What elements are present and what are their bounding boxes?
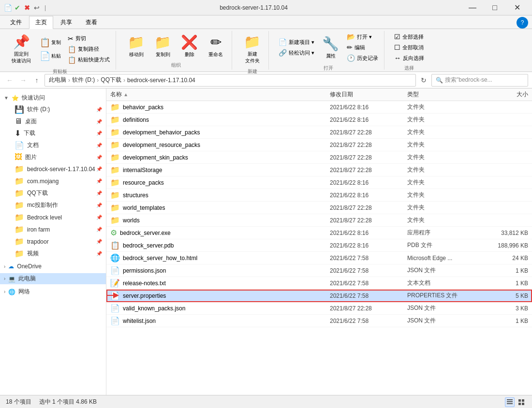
path-drive-d[interactable]: 软件 (D:) — [72, 76, 95, 84]
tab-file[interactable]: 文件 — [4, 16, 28, 29]
folder-icon: 📁 — [110, 102, 120, 112]
sidebar-this-pc-header[interactable]: › 💻 此电脑 — [0, 273, 106, 284]
pin-to-quick-access-button[interactable]: 📌 固定到快速访问 — [8, 32, 35, 66]
pin-icon: 📌 — [96, 178, 102, 184]
copy-path-button[interactable]: 📋 复制路径 — [66, 44, 112, 54]
col-header-type[interactable]: 类型 — [407, 90, 480, 99]
file-row[interactable]: 📁development_resource_packs 2021/8/27 22… — [106, 139, 532, 151]
back-button[interactable]: ← — [4, 74, 15, 86]
col-header-date[interactable]: 修改日期 — [330, 90, 407, 99]
file-row[interactable]: 📄 whitelist.json 2021/6/22 7:58 JSON 文件 … — [106, 315, 532, 327]
open-label: 打开 — [324, 65, 333, 72]
properties-button[interactable]: 🔧 属性 — [318, 34, 343, 61]
file-row[interactable]: 📋 bedrock_server.pdb 2021/6/22 8:16 PDB … — [106, 239, 532, 252]
file-row[interactable]: ⚙ bedrock_server.exe 2021/6/22 8:16 应用程序… — [106, 227, 532, 239]
up-button[interactable]: ↑ — [31, 74, 43, 86]
file-row-server-properties[interactable]: 📄 server.properties 2021/6/22 7:58 PROPE… — [106, 290, 532, 302]
new-folder-icon: 📁 — [244, 34, 261, 50]
tab-view[interactable]: 查看 — [79, 16, 103, 29]
sidebar-item-qq-download[interactable]: 📁 QQ下载 📌 — [0, 187, 106, 199]
refresh-button[interactable]: ↻ — [418, 74, 429, 86]
open-button[interactable]: 📂 打开 ▾ — [345, 32, 380, 42]
file-row[interactable]: 📁worlds 2021/8/27 22:28 文件夹 — [106, 214, 532, 227]
sidebar-item-pictures[interactable]: 🖼 图片 📌 — [0, 151, 106, 163]
new-folder-button[interactable]: 📁 新建文件夹 — [240, 32, 265, 66]
sidebar-item-label: 快速访问 — [22, 94, 45, 102]
sidebar-item-label: OneDrive — [17, 263, 42, 270]
paste-shortcut-button[interactable]: 📋 粘贴快捷方式 — [66, 55, 112, 65]
sidebar-network-header[interactable]: › 🌐 网络 — [0, 286, 106, 297]
rename-button[interactable]: ✏ 重命名 — [204, 32, 228, 60]
path-qq-download[interactable]: QQ下载 — [101, 76, 121, 84]
new-item-button[interactable]: 📄 新建项目 ▾ — [277, 37, 316, 47]
undo-icon[interactable]: ↩ — [33, 4, 41, 12]
file-row[interactable]: 📁internalStorage 2021/8/27 22:28 文件夹 — [106, 164, 532, 176]
sidebar-item-bedrock-level[interactable]: 📁 Bedrock level 📌 — [0, 211, 106, 223]
file-row[interactable]: 📄 permissions.json 2021/6/22 7:58 JSON 文… — [106, 264, 532, 277]
ribbon-content: 📌 固定到快速访问 📋 复制 📄 粘贴 ✂ 剪切 — [0, 29, 532, 72]
minimize-button[interactable]: — — [461, 0, 484, 15]
cut-button[interactable]: ✂ 剪切 — [66, 34, 112, 44]
close-doc-icon[interactable]: ✖ — [23, 4, 31, 12]
file-row[interactable]: 📁behavior_packs 2021/6/22 8:16 文件夹 — [106, 101, 532, 114]
select-all-button[interactable]: ☑ 全部选择 — [392, 32, 426, 42]
sidebar-item-downloads[interactable]: ⬇ 下载 📌 — [0, 127, 106, 139]
file-size: 33,812 KB — [480, 230, 528, 236]
address-bar: ← → ↑ 此电脑 › 软件 (D:) › QQ下载 › bedrock-ser… — [0, 72, 532, 88]
edit-button[interactable]: ✏ 编辑 — [345, 43, 380, 52]
easy-access-button[interactable]: 🔗 轻松访问 ▾ — [277, 48, 316, 58]
file-row[interactable]: 📁development_behavior_packs 2021/8/27 22… — [106, 126, 532, 139]
invert-selection-button[interactable]: ↔ 反向选择 — [392, 53, 426, 63]
sidebar-item-mc-projection[interactable]: 📁 mc投影制作 📌 — [0, 199, 106, 211]
file-date: 2021/6/22 8:16 — [330, 117, 407, 123]
close-button[interactable]: ✕ — [506, 0, 528, 15]
paste-button[interactable]: 📄 粘贴 — [37, 50, 64, 62]
delete-button[interactable]: ❌ 删除 — [177, 32, 202, 60]
tab-share[interactable]: 共享 — [54, 16, 78, 29]
file-type: 文件夹 — [407, 166, 480, 174]
sidebar-item-desktop[interactable]: 🖥 桌面 📌 — [0, 116, 106, 127]
file-row[interactable]: 📁resource_packs 2021/6/22 8:16 文件夹 — [106, 176, 532, 189]
file-type: 文件夹 — [407, 128, 480, 136]
sidebar-item-bedrock-server[interactable]: 📁 bedrock-server-1.17.10.04 📌 — [0, 163, 106, 175]
address-path[interactable]: 此电脑 › 软件 (D:) › QQ下载 › bedrock-server-1.… — [44, 74, 416, 87]
move-to-button[interactable]: 📁 移动到 — [124, 32, 148, 60]
file-row[interactable]: 🌐 bedrock_server_how_to.html 2021/6/22 7… — [106, 252, 532, 264]
sidebar-quick-access-header[interactable]: ▼ ⭐ 快速访问 — [0, 92, 106, 103]
deselect-all-button[interactable]: ☐ 全部取消 — [392, 43, 426, 52]
help-button[interactable]: ? — [517, 17, 528, 29]
exe-icon: ⚙ — [110, 228, 117, 237]
large-icons-view-button[interactable] — [517, 397, 526, 407]
file-row[interactable]: 📁definitions 2021/6/22 8:16 文件夹 — [106, 114, 532, 126]
sidebar-item-videos[interactable]: 📁 视频 📌 — [0, 248, 106, 260]
col-header-name[interactable]: 名称 ▲ — [110, 90, 330, 99]
copy-to-button[interactable]: 📁 复制到 — [150, 32, 175, 60]
details-view-button[interactable] — [505, 397, 515, 407]
file-row[interactable]: 📁structures 2021/6/22 8:16 文件夹 — [106, 189, 532, 202]
sidebar-item-drive-d[interactable]: 💾 软件 (D:) 📌 — [0, 103, 106, 116]
sidebar-onedrive-header[interactable]: › ☁ OneDrive — [0, 262, 106, 271]
file-name-text: world_templates — [123, 204, 165, 211]
path-this-pc[interactable]: 此电脑 — [49, 76, 66, 84]
sidebar-item-com-mojang[interactable]: 📁 com.mojang 📌 — [0, 175, 106, 187]
search-box[interactable]: 🔍 搜索"bedrock-se... — [431, 74, 528, 87]
folder-icon: 📁 — [110, 140, 120, 149]
file-row[interactable]: 📁world_templates 2021/8/27 22:28 文件夹 — [106, 202, 532, 214]
search-icon: 🔍 — [436, 77, 443, 84]
tab-home[interactable]: 主页 — [29, 16, 53, 29]
file-type: Microsoft Edge ... — [407, 255, 480, 262]
file-row[interactable]: 📝 release-notes.txt 2021/6/22 7:58 文本文档 … — [106, 277, 532, 290]
file-size: 24 KB — [480, 255, 528, 262]
file-row[interactable]: 📁development_skin_packs 2021/8/27 22:28 … — [106, 151, 532, 164]
sidebar-item-documents[interactable]: 📄 文档 📌 — [0, 139, 106, 151]
forward-button[interactable]: → — [17, 74, 29, 86]
copy-button[interactable]: 📋 复制 — [37, 36, 64, 49]
file-name-text: bedrock_server.pdb — [123, 242, 174, 249]
file-row[interactable]: 📄 valid_known_packs.json 2021/8/27 22:28… — [106, 302, 532, 315]
maximize-button[interactable]: □ — [484, 0, 506, 15]
sidebar-item-iron-farm[interactable]: 📁 iron farm 📌 — [0, 223, 106, 235]
sidebar-item-trapdoor[interactable]: 📁 trapdoor 📌 — [0, 235, 106, 248]
col-header-size[interactable]: 大小 — [480, 90, 528, 99]
history-button[interactable]: 🕐 历史记录 — [345, 53, 380, 63]
path-bedrock-server[interactable]: bedrock-server-1.17.10.04 — [127, 77, 195, 84]
